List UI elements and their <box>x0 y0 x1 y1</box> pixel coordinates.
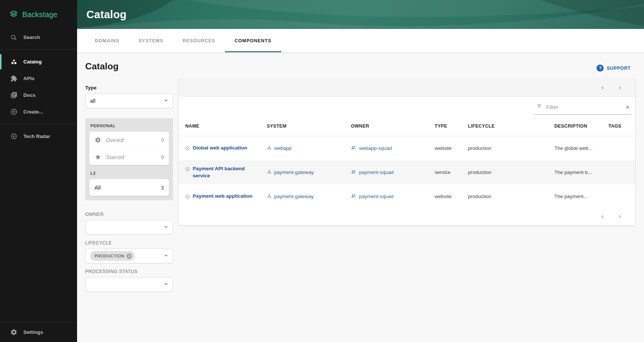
processing-status-filter-label: PROCESSING STATUS <box>85 269 173 274</box>
table-filter-row: × <box>179 97 635 116</box>
starred-filter-option[interactable]: Starred 0 <box>89 148 169 165</box>
sidebar-item-search[interactable]: Search <box>0 29 77 46</box>
page-header-title: Catalog <box>86 9 126 21</box>
sidebar-item-settings[interactable]: Settings <box>0 322 77 342</box>
support-label: SUPPORT <box>607 66 631 71</box>
table-row: Payment web application payment-gateway <box>179 184 635 208</box>
gear-icon <box>10 328 17 336</box>
table-header-row: NAME SYSTEM OWNER TYPE LIFECYCLE DESCRIP… <box>179 116 635 136</box>
lifecycle-cell: production <box>468 170 554 175</box>
docs-icon <box>10 92 17 99</box>
pagination-prev-button[interactable] <box>599 84 606 92</box>
type-filter-select[interactable]: all <box>85 93 173 108</box>
tab-components[interactable]: COMPONENTS <box>225 29 281 52</box>
components-table-card: × NAME SYSTEM OWNER TYPE LIFECYCLE DESCR… <box>179 79 635 225</box>
description-cell: The payment b... <box>554 170 608 175</box>
group-icon <box>351 169 356 176</box>
starred-filter-label: Starred <box>106 154 156 160</box>
tab-systems[interactable]: SYSTEMS <box>129 29 173 52</box>
column-header-owner[interactable]: OWNER <box>351 124 435 129</box>
type-cell: website <box>435 194 468 199</box>
group-icon <box>351 145 356 152</box>
table-toolbar <box>179 79 635 97</box>
main-area: Catalog DOMAINS SYSTEMS RESOURCES COMPON… <box>77 0 644 342</box>
radar-icon <box>10 133 17 140</box>
clear-filter-icon[interactable]: × <box>625 104 630 111</box>
pagination-next-button[interactable] <box>616 213 623 220</box>
sidebar-item-create[interactable]: Create... <box>0 103 77 120</box>
system-link[interactable]: webapp <box>274 145 292 151</box>
column-header-type[interactable]: TYPE <box>435 124 468 129</box>
lifecycle-chip: PRODUCTION × <box>90 251 135 261</box>
gear-icon <box>94 137 101 143</box>
personal-section-label: PERSONAL <box>90 124 169 128</box>
owner-link[interactable]: payment-squad <box>359 194 394 199</box>
owner-filter-select[interactable] <box>85 220 173 235</box>
all-filter-label: All <box>94 184 156 191</box>
plus-circle-icon <box>10 108 17 116</box>
chevron-down-icon <box>163 253 169 259</box>
component-kind-icon <box>185 145 190 152</box>
entity-name-link[interactable]: Payment API backend service <box>193 165 261 179</box>
content-area: Catalog ? SUPPORT Type all PERSONAL <box>77 52 644 342</box>
sidebar: Backstage Search Catalog APIs <box>0 0 77 342</box>
owner-link[interactable]: webapp-squad <box>359 145 392 151</box>
chevron-down-icon <box>163 98 169 104</box>
column-header-description[interactable]: DESCRIPTION <box>554 124 608 129</box>
column-header-system[interactable]: SYSTEM <box>267 124 351 129</box>
page-title: Catalog <box>85 61 119 72</box>
table-row: Global web application webapp <box>179 136 635 160</box>
entity-name-link[interactable]: Payment web application <box>193 193 252 200</box>
puzzle-icon <box>10 75 17 82</box>
pagination-next-button[interactable] <box>616 84 623 92</box>
processing-status-filter-select[interactable] <box>85 277 173 292</box>
sidebar-item-label: Docs <box>23 92 36 98</box>
all-filter-option[interactable]: All 3 <box>89 179 169 196</box>
table-filter-field[interactable]: × <box>535 101 631 115</box>
tab-domains[interactable]: DOMAINS <box>85 29 129 52</box>
sidebar-item-apis[interactable]: APIs <box>0 70 77 87</box>
sidebar-divider <box>0 49 77 50</box>
help-icon: ? <box>597 65 604 72</box>
backstage-logo[interactable]: Backstage <box>0 0 77 27</box>
lifecycle-cell: production <box>468 145 554 151</box>
sidebar-divider <box>0 124 77 124</box>
sidebar-item-catalog[interactable]: Catalog <box>0 53 77 70</box>
filter-list-icon <box>536 103 542 111</box>
column-header-tags[interactable]: TAGS <box>608 124 635 129</box>
chevron-down-icon <box>163 224 169 231</box>
component-kind-icon <box>185 166 190 173</box>
type-cell: service <box>435 170 468 175</box>
header-wave-decoration <box>77 0 644 29</box>
chip-remove-icon[interactable]: × <box>126 253 132 259</box>
entity-name-link[interactable]: Global web application <box>193 145 247 151</box>
category-icon <box>10 58 17 66</box>
personal-picker-card: Owned 0 Starred 0 <box>89 132 169 165</box>
page-header-banner: Catalog <box>77 0 644 29</box>
personal-filters-panel: PERSONAL Owned 0 <box>85 118 173 200</box>
sidebar-spacer <box>0 145 77 322</box>
owned-filter-option[interactable]: Owned 0 <box>89 132 169 148</box>
system-icon <box>267 145 272 152</box>
sidebar-item-tech-radar[interactable]: Tech Radar <box>0 128 77 145</box>
lifecycle-filter-select[interactable]: PRODUCTION × <box>85 249 173 263</box>
search-icon <box>10 34 17 41</box>
all-filter-count: 3 <box>161 185 164 191</box>
system-link[interactable]: payment-gateway <box>274 194 314 199</box>
system-icon <box>267 193 272 200</box>
support-button[interactable]: ? SUPPORT <box>597 65 631 72</box>
table-body: Global web application webapp <box>179 136 635 208</box>
sidebar-item-label: Settings <box>23 329 43 335</box>
system-link[interactable]: payment-gateway <box>274 170 314 175</box>
table-footer <box>179 208 635 225</box>
column-header-name[interactable]: NAME <box>179 124 267 129</box>
tab-resources[interactable]: RESOURCES <box>173 29 225 52</box>
owned-filter-count: 0 <box>161 137 164 143</box>
sidebar-item-label: Catalog <box>23 59 42 65</box>
owner-link[interactable]: payment-squad <box>359 170 394 175</box>
table-filter-input[interactable] <box>546 104 622 110</box>
pagination-prev-button[interactable] <box>599 213 606 220</box>
lifecycle-cell: production <box>468 194 554 199</box>
sidebar-item-docs[interactable]: Docs <box>0 87 77 103</box>
column-header-lifecycle[interactable]: LIFECYCLE <box>468 124 554 129</box>
